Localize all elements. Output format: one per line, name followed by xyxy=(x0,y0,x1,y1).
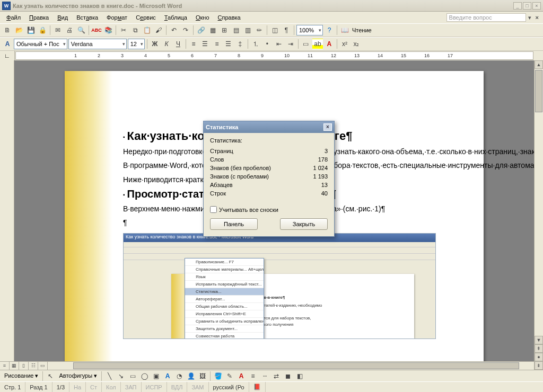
select-objects-icon[interactable]: ↖ xyxy=(45,371,56,381)
copy-icon[interactable]: ⧉ xyxy=(130,25,141,35)
clipart-icon[interactable]: 👤 xyxy=(186,371,196,381)
menu-help[interactable]: Справка xyxy=(214,13,245,22)
line-color-icon[interactable]: ✎ xyxy=(224,371,235,381)
new-doc-icon[interactable]: 🗎 xyxy=(2,25,13,35)
cut-icon[interactable]: ✂ xyxy=(118,25,129,35)
help-icon[interactable]: ? xyxy=(324,25,335,35)
zoom-combo[interactable]: 100% xyxy=(296,25,323,35)
spellcheck-icon[interactable]: ABC xyxy=(91,25,102,35)
tab-selector[interactable]: ∟ xyxy=(0,51,15,60)
font-color-icon[interactable]: A xyxy=(324,39,335,49)
maximize-button[interactable]: □ xyxy=(523,2,531,10)
shadow-icon[interactable]: ◼ xyxy=(283,371,293,381)
reading-layout-icon[interactable]: 📖 xyxy=(339,25,350,35)
status-language[interactable]: русский (Ро xyxy=(209,382,249,392)
include-footnotes-checkbox[interactable]: Учитывать все сноски xyxy=(210,206,328,213)
status-ovr[interactable]: ЗАМ xyxy=(187,382,208,392)
print-view-icon[interactable]: ▯ xyxy=(19,362,29,370)
line-spacing-icon[interactable]: ‡ xyxy=(235,39,246,49)
oval-icon[interactable]: ◯ xyxy=(139,371,150,381)
borders-icon[interactable]: ▭ xyxy=(301,39,311,49)
prev-page-icon[interactable]: ⇞ xyxy=(535,344,543,353)
styles-pane-icon[interactable]: A xyxy=(2,39,13,49)
redo-icon[interactable]: ↷ xyxy=(180,25,191,35)
menu-view[interactable]: Вид xyxy=(53,13,72,22)
font-combo[interactable]: Verdana xyxy=(68,39,127,49)
status-rec[interactable]: ЗАП xyxy=(121,382,142,392)
ask-question-input[interactable]: Введите вопрос xyxy=(446,13,526,22)
next-page-icon[interactable]: ⇟ xyxy=(535,361,543,370)
subscript-icon[interactable]: x₂ xyxy=(351,39,362,49)
menu-tools[interactable]: Сервис xyxy=(132,13,160,22)
preview-icon[interactable]: 🔍 xyxy=(76,25,86,35)
format-painter-icon[interactable]: 🖌 xyxy=(153,25,164,35)
tables-borders-icon[interactable]: ▦ xyxy=(207,25,218,35)
paste-icon[interactable]: 📋 xyxy=(142,25,152,35)
scroll-down-icon[interactable]: ▼ xyxy=(535,336,543,344)
dialog-titlebar[interactable]: Статистика × xyxy=(204,121,334,133)
textbox-icon[interactable]: ▣ xyxy=(151,371,161,381)
panel-button[interactable]: Панель xyxy=(210,218,258,230)
wordart-icon[interactable]: A xyxy=(162,371,173,381)
numbered-list-icon[interactable]: ⒈ xyxy=(250,39,261,49)
permission-icon[interactable]: 🔒 xyxy=(37,25,48,35)
highlight-icon[interactable]: ab xyxy=(312,39,323,49)
scroll-thumb[interactable] xyxy=(535,70,542,112)
web-view-icon[interactable]: ▦ xyxy=(10,362,19,370)
fill-color-icon[interactable]: 🪣 xyxy=(213,371,223,381)
excel-icon[interactable]: ▤ xyxy=(231,25,241,35)
picture-icon[interactable]: 🖼 xyxy=(197,371,208,381)
superscript-icon[interactable]: x² xyxy=(339,39,350,49)
reading-label[interactable]: Чтение xyxy=(351,27,373,33)
save-icon[interactable]: 💾 xyxy=(25,25,36,35)
arrow-icon[interactable]: ↘ xyxy=(116,371,126,381)
drawing-icon[interactable]: ✏ xyxy=(254,25,265,35)
align-justify-icon[interactable]: ☰ xyxy=(223,39,234,49)
vertical-scrollbar[interactable]: ▲ ▼ ⇞ ● ⇟ xyxy=(534,60,543,370)
autoshapes-menu[interactable]: Автофигуры ▾ xyxy=(57,372,99,379)
font-size-combo[interactable]: 12 xyxy=(128,39,145,49)
hscroll-thumb[interactable] xyxy=(73,362,519,369)
bullet-list-icon[interactable]: • xyxy=(262,39,273,49)
checkbox-input[interactable] xyxy=(210,206,217,213)
undo-icon[interactable]: ↶ xyxy=(169,25,179,35)
decrease-indent-icon[interactable]: ⇤ xyxy=(274,39,284,49)
reading-view-icon[interactable]: ▭ xyxy=(38,362,48,370)
align-right-icon[interactable]: ≡ xyxy=(212,39,222,49)
style-combo[interactable]: Обычный + Пос xyxy=(14,39,67,49)
diagram-icon[interactable]: ◔ xyxy=(174,371,185,381)
arrow-style-icon[interactable]: ⇄ xyxy=(271,371,282,381)
close-window-button[interactable]: × xyxy=(532,2,541,10)
font-color-draw-icon[interactable]: A xyxy=(236,371,247,381)
outline-view-icon[interactable]: ☷ xyxy=(29,362,38,370)
status-trk[interactable]: ИСПР xyxy=(142,382,167,392)
bold-button[interactable]: Ж xyxy=(150,39,160,49)
horizontal-ruler[interactable]: 1234567891011121314151617 xyxy=(15,51,533,60)
align-left-icon[interactable]: ≡ xyxy=(188,39,199,49)
insert-table-icon[interactable]: ⊞ xyxy=(219,25,230,35)
line-style-icon[interactable]: ≡ xyxy=(248,371,258,381)
help-dropdown-icon[interactable]: ▾ xyxy=(526,14,533,21)
research-icon[interactable]: 📚 xyxy=(103,25,113,35)
rectangle-icon[interactable]: ▭ xyxy=(127,371,138,381)
menu-edit[interactable]: Правка xyxy=(25,13,53,22)
menu-window[interactable]: Окно xyxy=(191,13,214,22)
mail-icon[interactable]: ✉ xyxy=(52,25,63,35)
status-ext[interactable]: ВДЛ xyxy=(167,382,188,392)
menu-table[interactable]: Таблица xyxy=(160,13,191,22)
vertical-ruler[interactable] xyxy=(0,60,14,370)
status-spellcheck-icon[interactable]: 📕 xyxy=(249,382,266,392)
hyperlink-icon[interactable]: 🔗 xyxy=(196,25,206,35)
scroll-up-icon[interactable]: ▲ xyxy=(535,60,543,69)
line-icon[interactable]: ╲ xyxy=(104,371,115,381)
drawing-menu[interactable]: Рисование ▾ xyxy=(2,372,40,379)
columns-icon[interactable]: ▥ xyxy=(242,25,253,35)
align-center-icon[interactable]: ☰ xyxy=(200,39,211,49)
normal-view-icon[interactable]: ≡ xyxy=(0,362,10,370)
docmap-icon[interactable]: ◫ xyxy=(269,25,280,35)
menu-file[interactable]: Файл xyxy=(2,13,25,22)
horizontal-scrollbar[interactable] xyxy=(64,361,534,370)
show-marks-icon[interactable]: ¶ xyxy=(281,25,292,35)
underline-button[interactable]: Ч xyxy=(173,39,183,49)
dialog-close-icon[interactable]: × xyxy=(323,123,332,131)
